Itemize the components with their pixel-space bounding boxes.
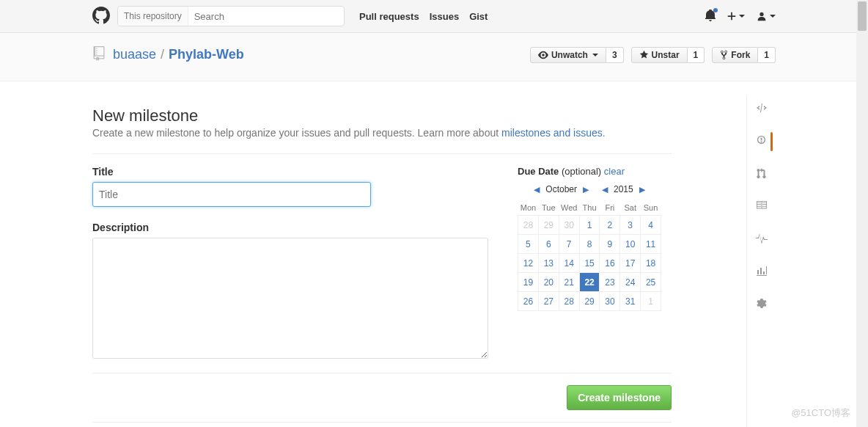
fork-button[interactable]: Fork <box>712 47 758 63</box>
due-date-label: Due Date <box>518 166 559 177</box>
repo-owner-link[interactable]: buaase <box>113 47 156 62</box>
calendar-dow: Wed <box>559 200 579 216</box>
calendar-day[interactable]: 30 <box>559 216 579 235</box>
calendar-day[interactable]: 23 <box>600 273 620 292</box>
search-box[interactable]: This repository <box>117 6 345 26</box>
milestone-description-textarea[interactable] <box>92 238 488 359</box>
calendar: ◀ October ▶ ◀ 2015 ▶ MonTueWedThuFr <box>518 184 661 311</box>
calendar-day[interactable]: 27 <box>538 292 559 311</box>
calendar-dow: Sat <box>620 200 641 216</box>
calendar-day[interactable]: 10 <box>620 235 641 254</box>
repo-title: buaase / Phylab-Web <box>92 46 244 63</box>
repo-name-link[interactable]: Phylab-Web <box>169 47 244 62</box>
nav-issues[interactable]: Issues <box>430 11 459 22</box>
user-menu-icon[interactable] <box>757 11 776 21</box>
calendar-day[interactable]: 28 <box>559 292 579 311</box>
top-bar: This repository Pull requests Issues Gis… <box>0 0 868 33</box>
page-title: New milestone <box>92 106 672 125</box>
star-button[interactable]: Unstar <box>631 47 688 63</box>
calendar-day[interactable]: 15 <box>579 254 600 273</box>
calendar-day[interactable]: 28 <box>518 216 539 235</box>
calendar-day[interactable]: 31 <box>620 292 641 311</box>
settings-tab-icon[interactable] <box>756 298 767 311</box>
repo-head: buaase / Phylab-Web Unwatch 3 Unstar <box>0 33 868 81</box>
calendar-year: 2015 <box>614 184 633 194</box>
calendar-dow: Fri <box>600 200 620 216</box>
prev-month-arrow[interactable]: ◀ <box>534 185 540 194</box>
watch-button[interactable]: Unwatch <box>530 47 606 63</box>
calendar-day[interactable]: 4 <box>641 216 661 235</box>
calendar-dow: Mon <box>518 200 539 216</box>
calendar-day[interactable]: 9 <box>600 235 620 254</box>
calendar-day[interactable]: 16 <box>600 254 620 273</box>
calendar-day[interactable]: 6 <box>538 235 559 254</box>
calendar-day[interactable]: 30 <box>600 292 620 311</box>
next-year-arrow[interactable]: ▶ <box>639 185 645 194</box>
calendar-day[interactable]: 13 <box>538 254 559 273</box>
calendar-day[interactable]: 12 <box>518 254 539 273</box>
calendar-table: MonTueWedThuFriSatSun 282930123456789101… <box>518 200 661 311</box>
star-count[interactable]: 1 <box>688 47 705 63</box>
calendar-day[interactable]: 25 <box>641 273 661 292</box>
calendar-day[interactable]: 21 <box>559 273 579 292</box>
search-input[interactable] <box>188 8 344 25</box>
create-new-icon[interactable] <box>727 11 745 21</box>
calendar-day[interactable]: 24 <box>620 273 641 292</box>
scrollbar[interactable] <box>856 0 868 427</box>
nav-gist[interactable]: Gist <box>469 11 488 22</box>
milestone-title-input[interactable] <box>92 182 371 207</box>
next-month-arrow[interactable]: ▶ <box>583 185 589 194</box>
repo-icon <box>92 46 106 63</box>
calendar-day[interactable]: 18 <box>641 254 661 273</box>
github-logo-icon[interactable] <box>92 7 110 26</box>
calendar-day[interactable]: 8 <box>579 235 600 254</box>
calendar-day[interactable]: 29 <box>538 216 559 235</box>
calendar-day[interactable]: 1 <box>579 216 600 235</box>
calendar-day[interactable]: 17 <box>620 254 641 273</box>
svg-point-0 <box>760 12 763 16</box>
title-label: Title <box>92 166 371 178</box>
issues-tab-icon[interactable] <box>756 135 767 148</box>
watch-count[interactable]: 3 <box>606 47 624 63</box>
calendar-month: October <box>545 184 577 194</box>
calendar-day[interactable]: 2 <box>600 216 620 235</box>
calendar-day[interactable]: 29 <box>579 292 600 311</box>
calendar-dow: Thu <box>579 200 600 216</box>
description-label: Description <box>92 222 371 233</box>
watermark: @51CTO博客 <box>791 406 850 420</box>
calendar-dow: Sun <box>641 200 661 216</box>
calendar-day[interactable]: 5 <box>518 235 539 254</box>
graphs-tab-icon[interactable] <box>756 265 768 279</box>
calendar-day[interactable]: 7 <box>559 235 579 254</box>
calendar-day[interactable]: 3 <box>620 216 641 235</box>
search-scope[interactable]: This repository <box>118 7 188 26</box>
calendar-day[interactable]: 14 <box>559 254 579 273</box>
clear-date-link[interactable]: clear <box>604 166 625 177</box>
calendar-day[interactable]: 22 <box>579 273 600 292</box>
notifications-icon[interactable] <box>705 10 716 23</box>
fork-count[interactable]: 1 <box>758 47 776 63</box>
pulse-tab-icon[interactable] <box>756 232 768 246</box>
prev-year-arrow[interactable]: ◀ <box>602 185 608 194</box>
calendar-day[interactable]: 26 <box>518 292 539 311</box>
calendar-day[interactable]: 1 <box>641 292 661 311</box>
calendar-day[interactable]: 20 <box>538 273 559 292</box>
create-milestone-button[interactable]: Create milestone <box>567 385 672 410</box>
calendar-day[interactable]: 19 <box>518 273 539 292</box>
top-nav: Pull requests Issues Gist <box>359 11 488 22</box>
pull-requests-tab-icon[interactable] <box>757 167 766 181</box>
code-tab-icon[interactable] <box>756 102 768 116</box>
page-subtitle: Create a new milestone to help organize … <box>92 127 672 139</box>
wiki-tab-icon[interactable] <box>756 200 768 213</box>
calendar-dow: Tue <box>538 200 559 216</box>
calendar-day[interactable]: 11 <box>641 235 661 254</box>
optional-label: (optional) <box>562 166 601 177</box>
repo-nav <box>746 96 776 427</box>
milestones-link[interactable]: milestones and issues <box>501 127 603 139</box>
nav-pull-requests[interactable]: Pull requests <box>359 11 419 22</box>
